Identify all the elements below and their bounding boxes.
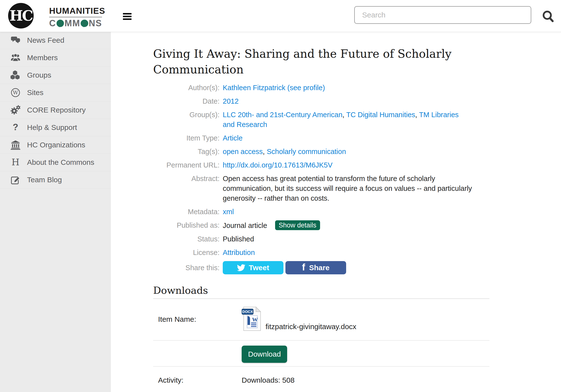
show-details-button[interactable]: Show details (275, 220, 320, 230)
sidebar-item-label: HC Organizations (27, 141, 85, 149)
pencil-square-icon (10, 174, 21, 185)
item-type-label: Item Type: (153, 133, 220, 143)
sidebar-item-label: Groups (27, 71, 51, 79)
app-header: HC HUMANITIES CMMNS (0, 0, 561, 32)
author-link[interactable]: Kathleen Fitzpatrick (see profile) (223, 84, 325, 92)
search-input[interactable] (354, 6, 531, 24)
speech-bubble-o-icon (57, 20, 64, 27)
item-type-link[interactable]: Article (223, 134, 243, 142)
sidebar-item-news-feed[interactable]: News Feed (0, 32, 111, 49)
brand-letter: S (96, 18, 102, 28)
tags-value: open access, Scholarly communication (223, 147, 346, 156)
groups-label: Group(s): (153, 110, 220, 129)
date-label: Date: (153, 96, 220, 106)
brand-letter: N (89, 18, 96, 28)
sidebar-item-label: CORE Repository (27, 106, 86, 114)
license-link[interactable]: Attribution (223, 249, 255, 256)
gears-icon (10, 104, 21, 116)
search-icon[interactable] (541, 9, 555, 23)
sidebar-item-sites[interactable]: W Sites (0, 84, 111, 101)
published-as-label: Published as: (153, 220, 220, 230)
item-name-label: Item Name: (153, 315, 242, 323)
h-letter-icon: H (10, 157, 21, 168)
page-title: Giving It Away: Sharing and the Future o… (153, 46, 489, 77)
hamburger-menu-icon[interactable] (123, 13, 132, 21)
sidebar-item-core-repository[interactable]: CORE Repository (0, 101, 111, 119)
activity-value: Downloads: 508 (242, 376, 295, 384)
tag-link[interactable]: Scholarly communication (267, 148, 346, 155)
published-as-value: Journal article (223, 222, 267, 229)
people-icon (10, 52, 21, 63)
sidebar-item-members[interactable]: Members (0, 49, 111, 67)
group-link[interactable]: TC Digital Humanities (346, 111, 415, 119)
facebook-f-icon: f (302, 262, 305, 273)
sidebar-item-label: News Feed (27, 36, 64, 44)
hc-logo[interactable]: HC (8, 3, 34, 28)
sidebar: News Feed Members Groups W Sites CORE Re… (0, 32, 111, 392)
main-content: Giving It Away: Sharing and the Future o… (111, 32, 561, 392)
svg-text:W: W (13, 90, 18, 96)
item-name-row: Item Name: W DOCX (153, 299, 489, 341)
facebook-share-button[interactable]: f Share (285, 261, 346, 274)
groups-value: LLC 20th- and 21st-Century American, TC … (223, 110, 471, 129)
abstract-text: Open access has great potential to trans… (223, 174, 472, 203)
tweet-button-label: Tweet (249, 264, 269, 272)
sidebar-item-label: Sites (27, 88, 44, 97)
brand-wordmark[interactable]: HUMANITIES CMMNS (49, 6, 102, 28)
status-row: Status: Published (153, 234, 489, 244)
docx-file-icon[interactable]: W DOCX (242, 306, 262, 332)
brand-divider (49, 17, 102, 17)
cubes-icon (10, 70, 21, 81)
author-row: Author(s): Kathleen Fitzpatrick (see pro… (153, 83, 489, 93)
tags-row: Tag(s): open access, Scholarly communica… (153, 147, 489, 156)
sidebar-item-about-the-commons[interactable]: H About the Commons (0, 154, 111, 171)
tag-link[interactable]: open access (223, 148, 263, 155)
permanent-url-link[interactable]: http://dx.doi.org/10.17613/M6JK5V (223, 161, 333, 169)
sidebar-item-groups[interactable]: Groups (0, 67, 111, 84)
sidebar-item-help-support[interactable]: ? Help & Support (0, 119, 111, 136)
date-row: Date: 2012 (153, 96, 489, 106)
wordpress-icon: W (10, 87, 21, 98)
status-value: Published (223, 234, 254, 244)
separator: , (263, 148, 267, 155)
svg-text:?: ? (13, 122, 18, 132)
metadata-row: Metadata: xml (153, 207, 489, 217)
share-label: Share this: (153, 263, 220, 273)
sidebar-item-label: Help & Support (27, 123, 77, 132)
brand-letter: C (49, 18, 56, 28)
tweet-button[interactable]: Tweet (223, 261, 283, 274)
abstract-row: Abstract: Open access has great potentia… (153, 174, 489, 203)
sidebar-item-team-blog[interactable]: Team Blog (0, 171, 111, 189)
speech-bubble-o-icon (81, 20, 88, 27)
published-as-row: Published as: Journal article Show detai… (153, 220, 489, 230)
downloads-table: Item Name: W DOCX (153, 298, 489, 392)
twitter-bird-icon (237, 264, 245, 272)
brand-letter: M (64, 18, 72, 28)
sidebar-item-label: About the Commons (27, 158, 94, 167)
date-link[interactable]: 2012 (223, 97, 239, 105)
sidebar-item-hc-organizations[interactable]: HC Organizations (0, 136, 111, 154)
separator: , (342, 111, 346, 119)
facebook-button-label: Share (309, 264, 329, 272)
question-mark-icon: ? (10, 122, 21, 133)
author-label: Author(s): (153, 83, 220, 93)
brand-commons: CMMNS (49, 19, 102, 28)
download-button[interactable]: Download (242, 346, 287, 363)
bank-icon (10, 139, 21, 151)
activity-label: Activity: (153, 376, 242, 384)
hc-logo-monogram: HC (10, 7, 32, 24)
brand-humanities: HUMANITIES (49, 6, 102, 16)
svg-text:DOCX: DOCX (242, 309, 253, 314)
tags-label: Tag(s): (153, 147, 220, 156)
svg-text:W: W (252, 316, 258, 323)
sidebar-item-label: Members (27, 54, 58, 62)
item-type-row: Item Type: Article (153, 133, 489, 143)
metadata-xml-link[interactable]: xml (223, 208, 234, 216)
separator: , (415, 111, 419, 119)
downloads-heading: Downloads (153, 285, 489, 296)
brand-letter: M (72, 18, 80, 28)
metadata-table: Author(s): Kathleen Fitzpatrick (see pro… (153, 83, 489, 274)
group-link[interactable]: LLC 20th- and 21st-Century American (223, 111, 342, 119)
svg-text:H: H (12, 157, 19, 168)
status-label: Status: (153, 234, 220, 244)
